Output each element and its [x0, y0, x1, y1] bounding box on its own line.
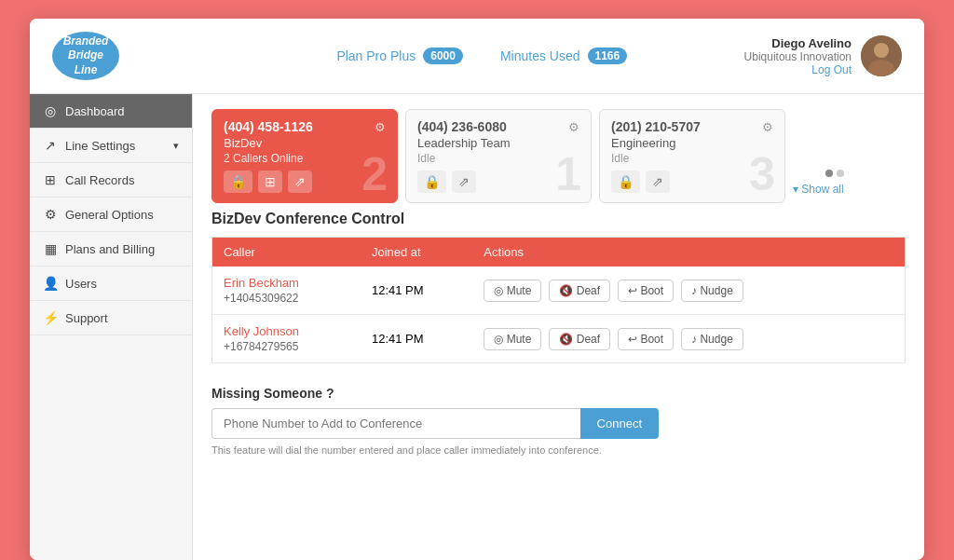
card2-share-button[interactable]: ⇗ [452, 171, 476, 193]
avatar [861, 35, 902, 76]
line-settings-icon: ↗ [43, 138, 58, 153]
sidebar-item-line-settings[interactable]: ↗ Line Settings ▾ [30, 129, 192, 163]
card1-phone: (404) 458-1126 [224, 119, 313, 134]
minutes-label: Minutes Used [500, 48, 580, 63]
general-options-icon: ⚙ [43, 207, 58, 222]
users-icon: 👤 [43, 276, 58, 291]
plan-label: Plan Pro Plus [336, 48, 416, 63]
sidebar-item-call-records[interactable]: ⊞ Call Records [30, 163, 192, 198]
actions-cell-1: ◎ Mute 🔇 Deaf ↩ Boot ♪ Nudge [472, 266, 905, 315]
boot-icon-2: ↩ [628, 333, 640, 346]
table-row: Kelly Johnson +16784279565 12:41 PM ◎ Mu… [212, 315, 906, 363]
joined-cell-1: 12:41 PM [361, 266, 472, 315]
show-all-link[interactable]: ▾ Show all [793, 183, 844, 196]
sidebar-item-dashboard[interactable]: ◎ Dashboard [30, 94, 192, 129]
connect-button[interactable]: Connect [580, 408, 659, 439]
deaf-button-1[interactable]: 🔇 Deaf [549, 280, 610, 302]
deaf-icon-2: 🔇 [559, 333, 576, 346]
sidebar-item-general-options[interactable]: ⚙ General Options [30, 198, 192, 232]
user-company: Ubiquitous Innovation [744, 50, 852, 63]
logo: BrandedBridge Line [52, 32, 119, 80]
app-container: BrandedBridge Line Plan Pro Plus 6000 Mi… [30, 19, 924, 560]
card2-number: 1 [555, 151, 581, 198]
chevron-down-icon: ▾ [173, 140, 179, 152]
main-content: (404) 458-1126 ⚙ BizDev 2 Callers Online… [193, 94, 924, 560]
card1-share-button[interactable]: ⇗ [288, 171, 312, 193]
sidebar-label-users: Users [65, 277, 97, 291]
card2-gear-icon[interactable]: ⚙ [568, 120, 579, 134]
nudge-button-1[interactable]: ♪ Nudge [681, 280, 743, 302]
logout-button[interactable]: Log Out [744, 63, 852, 76]
call-records-icon: ⊞ [43, 172, 58, 187]
caller-name-2[interactable]: Kelly Johnson [224, 324, 349, 338]
missing-hint: This feature will dial the number entere… [211, 444, 906, 456]
support-icon: ⚡ [43, 310, 58, 325]
sidebar-item-plans-billing[interactable]: ▦ Plans and Billing [30, 232, 192, 266]
card2-lock-button[interactable]: 🔒 [417, 171, 446, 193]
col-header-actions: Actions [472, 238, 905, 267]
conference-table: Caller Joined at Actions Erin Beckham +1… [211, 237, 906, 363]
mute-icon-2: ◎ [494, 333, 506, 346]
boot-button-1[interactable]: ↩ Boot [618, 280, 674, 302]
sidebar-item-users[interactable]: 👤 Users [30, 266, 192, 301]
missing-title: Missing Someone ? [211, 386, 906, 401]
user-name: Diego Avelino [744, 36, 852, 50]
show-all-label: Show all [801, 183, 843, 196]
dashboard-icon: ◎ [43, 103, 58, 118]
table-header-row: Caller Joined at Actions [212, 238, 906, 267]
caller-cell-1: Erin Beckham +14045309622 [212, 266, 361, 315]
card3-number: 3 [749, 151, 775, 198]
caller-cell-2: Kelly Johnson +16784279565 [212, 315, 361, 363]
pagination-dot-1 [825, 170, 833, 177]
header: BrandedBridge Line Plan Pro Plus 6000 Mi… [30, 19, 924, 94]
sidebar-label-dashboard: Dashboard [65, 104, 125, 118]
mute-icon-1: ◎ [494, 284, 506, 297]
minutes-badge: 1166 [588, 48, 628, 64]
card3-gear-icon[interactable]: ⚙ [762, 120, 773, 134]
deaf-button-2[interactable]: 🔇 Deaf [549, 328, 610, 350]
deaf-icon-1: 🔇 [559, 284, 576, 297]
boot-button-2[interactable]: ↩ Boot [618, 328, 674, 350]
card3-lock-button[interactable]: 🔒 [611, 171, 640, 193]
minutes-stat: Minutes Used 1166 [500, 48, 627, 64]
conference-card-1[interactable]: (404) 458-1126 ⚙ BizDev 2 Callers Online… [211, 109, 398, 203]
mute-button-1[interactable]: ◎ Mute [484, 280, 541, 302]
caller-phone-2: +16784279565 [224, 340, 349, 353]
boot-icon-1: ↩ [628, 284, 640, 297]
col-header-joined: Joined at [361, 238, 472, 267]
cards-section: (404) 458-1126 ⚙ BizDev 2 Callers Online… [211, 109, 785, 203]
plan-badge: 6000 [423, 48, 463, 64]
sidebar-item-support[interactable]: ⚡ Support [30, 301, 192, 335]
card1-screen-button[interactable]: ⊞ [258, 171, 282, 193]
plans-billing-icon: ▦ [43, 241, 58, 256]
user-info: Diego Avelino Ubiquitous Innovation Log … [744, 36, 852, 76]
logo-area: BrandedBridge Line [52, 32, 220, 80]
joined-cell-2: 12:41 PM [361, 315, 472, 363]
nudge-button-2[interactable]: ♪ Nudge [681, 328, 743, 350]
nudge-icon-1: ♪ [691, 284, 700, 297]
actions-cell-2: ◎ Mute 🔇 Deaf ↩ Boot ♪ Nudge [472, 315, 905, 363]
conference-card-2[interactable]: (404) 236-6080 ⚙ Leadership Team Idle 🔒 … [405, 109, 592, 203]
table-row: Erin Beckham +14045309622 12:41 PM ◎ Mut… [212, 266, 906, 315]
sidebar-label-support: Support [65, 311, 108, 325]
header-center: Plan Pro Plus 6000 Minutes Used 1166 [220, 48, 744, 64]
connect-row: Connect [211, 408, 659, 439]
plan-stat: Plan Pro Plus 6000 [336, 48, 463, 64]
caller-phone-1: +14045309622 [224, 292, 349, 305]
conference-card-3[interactable]: (201) 210-5707 ⚙ Engineering Idle 🔒 ⇗ 3 [599, 109, 785, 203]
sidebar-label-line-settings: Line Settings [65, 139, 135, 153]
conference-control-title: BizDev Conference Control [211, 211, 906, 227]
pagination-dot-2 [837, 170, 844, 177]
card1-gear-icon[interactable]: ⚙ [375, 120, 386, 134]
mute-button-2[interactable]: ◎ Mute [484, 328, 541, 350]
card1-lock-button[interactable]: 🔒 [224, 171, 252, 193]
col-header-caller: Caller [212, 238, 361, 267]
content-area: ◎ Dashboard ↗ Line Settings ▾ ⊞ Call Rec… [30, 94, 924, 560]
svg-point-1 [874, 43, 889, 58]
card3-phone: (201) 210-5707 [611, 119, 701, 134]
missing-section: Missing Someone ? Connect This feature w… [211, 386, 906, 456]
phone-input[interactable] [211, 408, 580, 439]
caller-name-1[interactable]: Erin Beckham [224, 276, 349, 290]
card3-share-button[interactable]: ⇗ [646, 171, 670, 193]
header-user: Diego Avelino Ubiquitous Innovation Log … [744, 35, 902, 76]
